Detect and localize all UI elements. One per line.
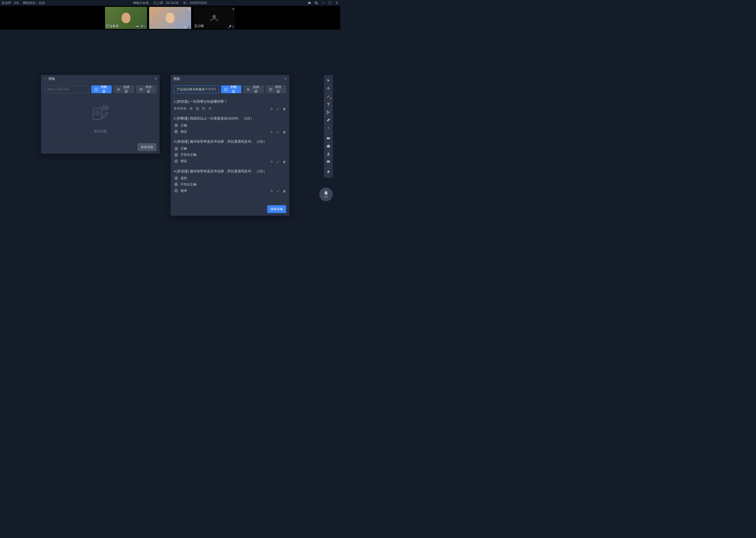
- svg-point-12: [105, 107, 106, 108]
- svg-point-4: [118, 89, 119, 89]
- record-icon[interactable]: [307, 1, 311, 5]
- move-icon[interactable]: [270, 130, 273, 134]
- signal-icon: [143, 25, 147, 28]
- option-letter: B: [174, 182, 178, 187]
- choice-button[interactable]: 选择题: [243, 85, 263, 93]
- signal-icon: [231, 25, 235, 28]
- drawing-toolbar: [324, 75, 333, 178]
- chat-tool[interactable]: [324, 158, 333, 166]
- video-tile[interactable]: × 王小明 🎤: [193, 7, 235, 29]
- session-id: ID：2020070324: [183, 1, 207, 5]
- option-text: 不完全正确: [181, 153, 196, 157]
- judge-button[interactable]: 判断题: [221, 85, 241, 93]
- save-button[interactable]: 保存试卷: [138, 143, 157, 151]
- toolbox-tool[interactable]: [324, 142, 333, 150]
- question-answer: 参考答案：春、夏、秋、冬: [174, 106, 286, 111]
- text-tool[interactable]: [324, 100, 333, 108]
- question-option[interactable]: B不完全正确: [174, 182, 286, 187]
- short-answer-button[interactable]: 简答题: [136, 85, 157, 93]
- pen-tool[interactable]: [324, 92, 333, 100]
- camera-icon: ◎: [184, 25, 187, 28]
- participant-name: Nina: [150, 25, 157, 28]
- participant-name: 叮当老师: [106, 24, 118, 28]
- gear-icon[interactable]: [314, 1, 318, 5]
- close-icon[interactable]: ×: [284, 77, 287, 81]
- edit-icon[interactable]: [276, 160, 280, 164]
- back-button[interactable]: [44, 78, 46, 80]
- delete-icon[interactable]: [282, 189, 286, 193]
- question-option[interactable]: A是的: [174, 176, 286, 181]
- question-option[interactable]: A正确: [174, 123, 286, 128]
- option-text: 是的: [181, 176, 187, 181]
- empty-text: 暂无试题: [94, 129, 107, 134]
- svg-rect-0: [322, 3, 324, 3]
- camera-icon: 📷: [136, 25, 139, 28]
- close-icon[interactable]: ×: [155, 77, 157, 81]
- short-answer-button[interactable]: 简答题: [266, 85, 286, 93]
- user-tool[interactable]: [324, 150, 333, 158]
- paper-name-input[interactable]: [44, 85, 89, 93]
- move-icon[interactable]: [270, 107, 273, 111]
- panel-title: 测验: [48, 77, 55, 81]
- eraser-tool[interactable]: [324, 116, 333, 124]
- mic-icon: 🎤: [187, 25, 191, 28]
- question-option[interactable]: B错误: [174, 129, 286, 134]
- tile-close-icon[interactable]: ×: [232, 7, 234, 11]
- delete-icon[interactable]: [282, 160, 286, 164]
- question-item: 1 [简答题] 一年四季分别是哪四季？参考答案：春、夏、秋、冬: [174, 97, 286, 114]
- delete-icon[interactable]: [282, 107, 286, 111]
- panel-title: 测验: [173, 77, 180, 81]
- move-tool[interactable]: [324, 84, 333, 92]
- quiz-panel-empty: 测验 × 判断题 选择题 简答题 暂无试题 保存试卷: [41, 75, 160, 154]
- choice-button[interactable]: 选择题: [114, 85, 134, 93]
- pointer-tool[interactable]: [324, 77, 333, 84]
- packet-loss: 丢包率：0%: [2, 1, 19, 5]
- edit-icon[interactable]: [276, 130, 280, 134]
- empty-illustration-icon: [88, 102, 112, 126]
- svg-point-1: [213, 15, 216, 18]
- edit-icon[interactable]: [276, 107, 280, 111]
- edit-icon[interactable]: [276, 189, 280, 193]
- laser-tool[interactable]: [324, 124, 333, 132]
- svg-point-16: [248, 89, 249, 89]
- svg-point-20: [328, 128, 329, 129]
- minimize-icon[interactable]: [321, 1, 325, 5]
- option-letter: C: [174, 159, 178, 164]
- raise-hand-badge[interactable]: 0/2: [319, 188, 333, 201]
- empty-state: 暂无试题: [41, 96, 160, 140]
- option-letter: B: [174, 153, 178, 157]
- delete-icon[interactable]: [282, 130, 286, 134]
- question-option[interactable]: C错译: [174, 188, 286, 193]
- move-icon[interactable]: [270, 189, 273, 193]
- paper-name-input[interactable]: [174, 85, 219, 93]
- question-option[interactable]: B不完全正确: [174, 153, 286, 157]
- top-bar: 丢包率：0% 网络状态：良好 神秘大自然 已上课：02:34:09 ID：202…: [0, 0, 340, 6]
- fullscreen-icon[interactable]: [328, 1, 332, 5]
- video-tile[interactable]: 叮当老师 📷🎤: [105, 7, 147, 29]
- camera-off-icon: [209, 13, 219, 23]
- option-text: 正确: [181, 123, 187, 128]
- question-item: 4 [多选题] 施华洛世奇是反华品牌，所以梁鼎琪反华。（2分）A是的B不完全正确…: [174, 167, 286, 196]
- bell-tool[interactable]: [324, 168, 333, 176]
- close-icon[interactable]: [335, 1, 339, 5]
- option-text: 错译: [181, 188, 187, 193]
- scissors-tool[interactable]: [324, 108, 333, 116]
- question-option[interactable]: A正确: [174, 146, 286, 151]
- move-icon[interactable]: [270, 160, 273, 164]
- option-text: 错误: [181, 159, 187, 163]
- question-item: 3 [单选题] 施华洛世奇是反华品牌，所以梁鼎琪反华。（2分）A正确B不完全正确…: [174, 137, 286, 167]
- svg-rect-6: [93, 108, 102, 120]
- participant-name: 王小明: [194, 24, 204, 28]
- svg-point-13: [107, 107, 107, 108]
- judge-button[interactable]: 判断题: [91, 85, 112, 93]
- svg-point-11: [104, 107, 105, 108]
- save-button[interactable]: 保存试卷: [267, 205, 286, 213]
- network-status: 网络状态：良好: [23, 1, 45, 5]
- folder-tool[interactable]: [324, 134, 333, 142]
- question-list[interactable]: 1 [简答题] 一年四季分别是哪四季？参考答案：春、夏、秋、冬2 [判断题] 我…: [170, 96, 289, 202]
- svg-rect-21: [327, 145, 330, 147]
- option-text: 错误: [181, 130, 187, 134]
- video-row: 叮当老师 📷🎤 × Nina ◎🎤 × 王小明 🎤: [0, 6, 340, 30]
- question-option[interactable]: C错误: [174, 159, 286, 164]
- video-tile[interactable]: × Nina ◎🎤: [149, 7, 191, 29]
